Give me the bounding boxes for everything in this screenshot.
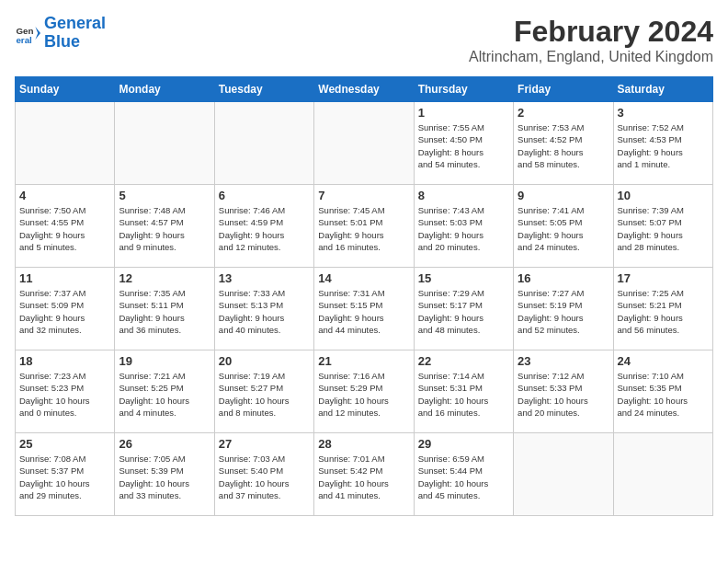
calendar-cell: 15Sunrise: 7:29 AM Sunset: 5:17 PM Dayli…	[414, 268, 513, 350]
calendar-cell	[16, 102, 115, 185]
day-number: 18	[19, 354, 110, 368]
header-thursday: Thursday	[414, 77, 513, 102]
calendar-table: SundayMondayTuesdayWednesdayThursdayFrid…	[15, 76, 713, 516]
calendar-cell	[613, 433, 712, 516]
calendar-cell: 2Sunrise: 7:53 AM Sunset: 4:52 PM Daylig…	[514, 102, 613, 185]
calendar-cell: 9Sunrise: 7:41 AM Sunset: 5:05 PM Daylig…	[514, 185, 613, 268]
calendar-cell: 10Sunrise: 7:39 AM Sunset: 5:07 PM Dayli…	[613, 185, 712, 268]
calendar-cell: 20Sunrise: 7:19 AM Sunset: 5:27 PM Dayli…	[214, 350, 313, 433]
day-info: Sunrise: 7:03 AM Sunset: 5:40 PM Dayligh…	[219, 453, 310, 501]
day-info: Sunrise: 7:31 AM Sunset: 5:15 PM Dayligh…	[318, 287, 409, 336]
day-number: 22	[418, 354, 509, 368]
week-row-4: 18Sunrise: 7:23 AM Sunset: 5:23 PM Dayli…	[16, 350, 713, 433]
day-number: 27	[219, 437, 310, 451]
logo-text-line2: Blue	[44, 33, 106, 52]
calendar-cell: 1Sunrise: 7:55 AM Sunset: 4:50 PM Daylig…	[414, 102, 513, 185]
day-info: Sunrise: 7:50 AM Sunset: 4:55 PM Dayligh…	[19, 204, 110, 253]
day-number: 11	[19, 271, 110, 285]
title-block: February 2024 Altrincham, England, Unite…	[469, 15, 713, 65]
calendar-cell: 14Sunrise: 7:31 AM Sunset: 5:15 PM Dayli…	[314, 268, 414, 350]
calendar-cell: 25Sunrise: 7:08 AM Sunset: 5:37 PM Dayli…	[16, 433, 115, 516]
day-info: Sunrise: 7:14 AM Sunset: 5:31 PM Dayligh…	[418, 370, 509, 419]
week-row-1: 1Sunrise: 7:55 AM Sunset: 4:50 PM Daylig…	[16, 102, 713, 185]
day-number: 19	[119, 354, 210, 368]
day-number: 12	[119, 271, 210, 285]
day-number: 26	[119, 437, 210, 451]
day-number: 3	[618, 106, 709, 120]
calendar-cell: 29Sunrise: 6:59 AM Sunset: 5:44 PM Dayli…	[414, 433, 513, 516]
day-number: 20	[219, 354, 310, 368]
day-number: 16	[518, 271, 609, 285]
day-info: Sunrise: 7:41 AM Sunset: 5:05 PM Dayligh…	[518, 204, 609, 253]
calendar-cell: 11Sunrise: 7:37 AM Sunset: 5:09 PM Dayli…	[16, 268, 115, 350]
day-info: Sunrise: 7:52 AM Sunset: 4:53 PM Dayligh…	[618, 121, 709, 170]
calendar-cell: 3Sunrise: 7:52 AM Sunset: 4:53 PM Daylig…	[613, 102, 712, 185]
day-number: 8	[418, 189, 509, 202]
day-info: Sunrise: 7:37 AM Sunset: 5:09 PM Dayligh…	[19, 287, 110, 336]
week-row-5: 25Sunrise: 7:08 AM Sunset: 5:37 PM Dayli…	[16, 433, 713, 516]
calendar-cell	[214, 102, 313, 185]
calendar-cell: 28Sunrise: 7:01 AM Sunset: 5:42 PM Dayli…	[314, 433, 414, 516]
calendar-cell: 13Sunrise: 7:33 AM Sunset: 5:13 PM Dayli…	[214, 268, 313, 350]
day-info: Sunrise: 7:55 AM Sunset: 4:50 PM Dayligh…	[418, 121, 509, 170]
day-number: 2	[518, 106, 609, 120]
calendar-cell	[314, 102, 414, 185]
calendar-cell: 24Sunrise: 7:10 AM Sunset: 5:35 PM Dayli…	[613, 350, 712, 433]
calendar-cell: 16Sunrise: 7:27 AM Sunset: 5:19 PM Dayli…	[514, 268, 613, 350]
day-info: Sunrise: 7:35 AM Sunset: 5:11 PM Dayligh…	[119, 287, 210, 336]
day-info: Sunrise: 7:12 AM Sunset: 5:33 PM Dayligh…	[518, 370, 609, 419]
header-sunday: Sunday	[16, 77, 115, 102]
calendar-cell: 19Sunrise: 7:21 AM Sunset: 5:25 PM Dayli…	[115, 350, 214, 433]
day-info: Sunrise: 7:53 AM Sunset: 4:52 PM Dayligh…	[518, 121, 609, 170]
day-number: 6	[219, 189, 310, 202]
logo: Gen eral General Blue	[15, 15, 106, 52]
calendar-cell: 21Sunrise: 7:16 AM Sunset: 5:29 PM Dayli…	[314, 350, 414, 433]
day-number: 5	[119, 189, 210, 202]
week-row-2: 4Sunrise: 7:50 AM Sunset: 4:55 PM Daylig…	[16, 185, 713, 268]
calendar-header-row: SundayMondayTuesdayWednesdayThursdayFrid…	[16, 77, 713, 102]
page-header: Gen eral General Blue February 2024 Altr…	[15, 15, 713, 65]
day-number: 4	[19, 189, 110, 202]
day-info: Sunrise: 7:29 AM Sunset: 5:17 PM Dayligh…	[418, 287, 509, 336]
day-info: Sunrise: 7:19 AM Sunset: 5:27 PM Dayligh…	[219, 370, 310, 419]
day-number: 25	[19, 437, 110, 451]
header-monday: Monday	[115, 77, 214, 102]
calendar-cell: 6Sunrise: 7:46 AM Sunset: 4:59 PM Daylig…	[214, 185, 313, 268]
calendar-cell: 17Sunrise: 7:25 AM Sunset: 5:21 PM Dayli…	[613, 268, 712, 350]
day-info: Sunrise: 7:33 AM Sunset: 5:13 PM Dayligh…	[219, 287, 310, 336]
day-number: 9	[518, 189, 609, 202]
calendar-subtitle: Altrincham, England, United Kingdom	[469, 49, 713, 65]
day-info: Sunrise: 7:01 AM Sunset: 5:42 PM Dayligh…	[318, 453, 409, 501]
day-number: 14	[318, 271, 409, 285]
day-info: Sunrise: 7:10 AM Sunset: 5:35 PM Dayligh…	[618, 370, 709, 419]
svg-text:eral: eral	[16, 35, 32, 45]
calendar-cell: 23Sunrise: 7:12 AM Sunset: 5:33 PM Dayli…	[514, 350, 613, 433]
day-info: Sunrise: 7:21 AM Sunset: 5:25 PM Dayligh…	[119, 370, 210, 419]
calendar-cell: 5Sunrise: 7:48 AM Sunset: 4:57 PM Daylig…	[115, 185, 214, 268]
logo-text-line1: General	[44, 15, 106, 33]
header-saturday: Saturday	[613, 77, 712, 102]
svg-marker-2	[35, 27, 40, 40]
header-wednesday: Wednesday	[314, 77, 414, 102]
day-info: Sunrise: 7:43 AM Sunset: 5:03 PM Dayligh…	[418, 204, 509, 253]
day-number: 24	[618, 354, 709, 368]
day-number: 7	[318, 189, 409, 202]
calendar-cell: 7Sunrise: 7:45 AM Sunset: 5:01 PM Daylig…	[314, 185, 414, 268]
day-number: 17	[618, 271, 709, 285]
day-info: Sunrise: 7:48 AM Sunset: 4:57 PM Dayligh…	[119, 204, 210, 253]
day-info: Sunrise: 7:16 AM Sunset: 5:29 PM Dayligh…	[318, 370, 409, 419]
calendar-cell: 4Sunrise: 7:50 AM Sunset: 4:55 PM Daylig…	[16, 185, 115, 268]
day-number: 15	[418, 271, 509, 285]
calendar-cell: 12Sunrise: 7:35 AM Sunset: 5:11 PM Dayli…	[115, 268, 214, 350]
day-info: Sunrise: 6:59 AM Sunset: 5:44 PM Dayligh…	[418, 453, 509, 501]
day-info: Sunrise: 7:23 AM Sunset: 5:23 PM Dayligh…	[19, 370, 110, 419]
day-info: Sunrise: 7:25 AM Sunset: 5:21 PM Dayligh…	[618, 287, 709, 336]
logo-icon: Gen eral	[15, 20, 40, 46]
day-info: Sunrise: 7:46 AM Sunset: 4:59 PM Dayligh…	[219, 204, 310, 253]
day-info: Sunrise: 7:05 AM Sunset: 5:39 PM Dayligh…	[119, 453, 210, 501]
header-friday: Friday	[514, 77, 613, 102]
day-number: 1	[418, 106, 509, 120]
calendar-cell: 8Sunrise: 7:43 AM Sunset: 5:03 PM Daylig…	[414, 185, 513, 268]
day-number: 21	[318, 354, 409, 368]
calendar-cell: 27Sunrise: 7:03 AM Sunset: 5:40 PM Dayli…	[214, 433, 313, 516]
